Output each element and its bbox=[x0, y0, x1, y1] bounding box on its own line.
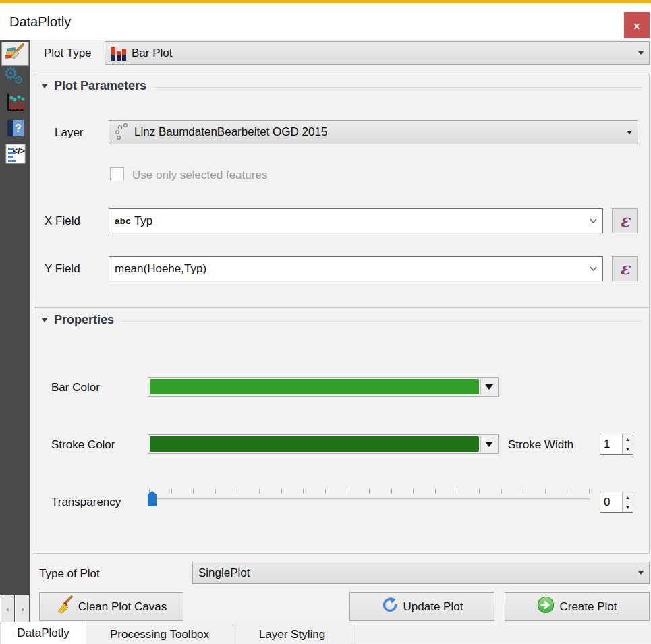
bar-plot-icon bbox=[111, 45, 127, 62]
stroke-color-swatch bbox=[150, 436, 479, 452]
y-field-expression-button[interactable]: ε bbox=[612, 256, 638, 281]
chevron-right-icon: › bbox=[22, 605, 24, 613]
type-of-plot-value: SinglePlot bbox=[198, 566, 250, 580]
properties-header[interactable]: Properties bbox=[34, 308, 649, 327]
dropdown-arrow-icon bbox=[485, 384, 493, 390]
plot-type-combobox[interactable]: Bar Plot bbox=[105, 41, 650, 65]
x-field-value: Typ bbox=[134, 214, 152, 228]
go-arrow-icon bbox=[537, 596, 555, 617]
code-console-icon: </> bbox=[5, 144, 26, 167]
svg-text:?: ? bbox=[15, 123, 22, 134]
bar-color-swatch bbox=[150, 379, 479, 394]
spin-down-icon[interactable]: ▼ bbox=[623, 444, 633, 454]
plot-chart-icon bbox=[5, 92, 26, 115]
expression-epsilon-icon: ε bbox=[619, 259, 629, 279]
update-plot-button[interactable]: Update Plot bbox=[349, 592, 494, 621]
create-plot-label: Create Plot bbox=[559, 600, 617, 614]
chevron-down-icon bbox=[638, 571, 644, 575]
sidebar-item-plot-settings[interactable] bbox=[1, 42, 29, 66]
slider-track[interactable] bbox=[148, 498, 590, 501]
tab-dataplotly[interactable]: DataPlotly bbox=[0, 622, 86, 644]
spin-up-icon[interactable]: ▲ bbox=[623, 434, 633, 444]
plot-type-label: Plot Type bbox=[44, 47, 92, 60]
chevron-down-icon bbox=[627, 131, 632, 134]
collapse-arrow-icon bbox=[41, 318, 48, 322]
transparency-label: Transparency bbox=[51, 496, 121, 509]
properties-groupbox: Properties Bar Color Stroke Color Stroke… bbox=[34, 308, 650, 554]
spin-up-icon[interactable]: ▲ bbox=[623, 492, 633, 502]
x-field-combobox[interactable]: abc Typ bbox=[109, 208, 603, 233]
plot-parameters-title: Plot Parameters bbox=[54, 79, 146, 93]
bar-color-dropdown[interactable] bbox=[480, 379, 497, 394]
expression-epsilon-icon: ε bbox=[619, 211, 629, 231]
y-field-value: mean(Hoehe,Typ) bbox=[115, 262, 206, 276]
type-of-plot-combobox[interactable]: SinglePlot bbox=[192, 562, 650, 584]
header-rule bbox=[121, 321, 642, 322]
slider-ticks bbox=[149, 489, 591, 494]
tab-processing-toolbox[interactable]: Processing Toolbox bbox=[86, 624, 233, 644]
dropdown-arrow-icon bbox=[485, 442, 493, 447]
tab-label: DataPlotly bbox=[17, 626, 69, 640]
transparency-slider[interactable] bbox=[148, 489, 590, 509]
plugin-sidebar: ⚙⚙ bbox=[0, 40, 30, 595]
sidebar-item-code[interactable]: </> bbox=[1, 143, 29, 167]
layer-combobox[interactable]: Linz BaumdatenBearbeitet OGD 2015 bbox=[109, 120, 638, 144]
broom-icon bbox=[56, 595, 74, 618]
collapse-arrow-icon bbox=[41, 84, 48, 88]
tab-layer-styling[interactable]: Layer Styling bbox=[233, 624, 351, 644]
bar-color-label: Bar Color bbox=[51, 381, 100, 394]
chevron-down-icon bbox=[590, 266, 597, 271]
x-field-expression-button[interactable]: ε bbox=[612, 208, 638, 233]
stroke-color-dropdown[interactable] bbox=[480, 436, 497, 452]
sidebar-item-plot[interactable] bbox=[1, 92, 29, 116]
create-plot-button[interactable]: Create Plot bbox=[505, 592, 650, 621]
stroke-width-value: 1 bbox=[600, 434, 622, 454]
spin-down-icon[interactable]: ▼ bbox=[623, 502, 633, 512]
layer-value: Linz BaumdatenBearbeitet OGD 2015 bbox=[134, 125, 327, 139]
refresh-icon bbox=[381, 596, 399, 617]
bar-color-button[interactable] bbox=[148, 377, 499, 397]
chevron-down-icon bbox=[638, 51, 644, 55]
dock-tab-bar: DataPlotly Processing Toolbox Layer Styl… bbox=[0, 622, 651, 644]
clean-plot-canvas-button[interactable]: Clean Plot Cavas bbox=[39, 592, 183, 621]
help-book-icon: ? bbox=[6, 118, 25, 141]
plot-type-value: Bar Plot bbox=[132, 47, 172, 60]
sidebar-item-settings[interactable]: ⚙⚙ bbox=[1, 66, 29, 90]
sidebar-item-help[interactable]: ? bbox=[1, 117, 29, 142]
layer-label: Layer bbox=[55, 126, 84, 140]
tab-scroll-left-button[interactable]: ‹ bbox=[1, 595, 15, 622]
text-field-type-icon: abc bbox=[115, 216, 131, 226]
chevron-down-icon bbox=[590, 218, 597, 223]
transparency-spinbox[interactable]: 0 ▲ ▼ bbox=[600, 492, 633, 513]
clean-canvas-brush-icon bbox=[5, 42, 26, 66]
stroke-color-label: Stroke Color bbox=[51, 438, 115, 452]
transparency-value: 0 bbox=[600, 492, 622, 512]
properties-title: Properties bbox=[54, 313, 114, 327]
tab-scroll-right-button[interactable]: › bbox=[16, 595, 30, 622]
settings-gears-icon: ⚙⚙ bbox=[4, 67, 27, 90]
plot-parameters-header[interactable]: Plot Parameters bbox=[34, 74, 649, 93]
svg-text:</>: </> bbox=[13, 146, 24, 156]
plot-parameters-groupbox: Plot Parameters Layer Linz BaumdatenBear… bbox=[34, 74, 650, 308]
dataplotly-panel: DataPlotly x ⚙⚙ bbox=[0, 0, 651, 644]
close-button[interactable]: x bbox=[624, 12, 650, 38]
title-bar: DataPlotly x bbox=[0, 3, 651, 40]
stroke-width-label: Stroke Width bbox=[508, 438, 573, 452]
chevron-left-icon: ‹ bbox=[7, 605, 9, 613]
y-field-combobox[interactable]: mean(Hoehe,Typ) bbox=[109, 256, 603, 281]
stroke-color-button[interactable] bbox=[148, 434, 499, 454]
x-field-label: X Field bbox=[45, 214, 80, 228]
tab-label: Layer Styling bbox=[259, 628, 325, 641]
header-rule bbox=[153, 87, 642, 88]
tab-label: Processing Toolbox bbox=[110, 628, 209, 641]
type-of-plot-label: Type of Plot bbox=[39, 567, 100, 581]
close-icon: x bbox=[634, 20, 640, 31]
use-selected-features-label: Use only selected features bbox=[132, 169, 267, 182]
use-selected-features-checkbox[interactable] bbox=[110, 167, 124, 181]
panel-title: DataPlotly bbox=[9, 14, 71, 30]
point-layer-icon bbox=[115, 123, 128, 141]
stroke-width-spinbox[interactable]: 1 ▲ ▼ bbox=[600, 434, 633, 455]
y-field-label: Y Field bbox=[45, 262, 80, 276]
update-plot-label: Update Plot bbox=[403, 600, 463, 614]
main-panel: Plot Type Bar Plot Plot Parameters bbox=[30, 40, 651, 622]
